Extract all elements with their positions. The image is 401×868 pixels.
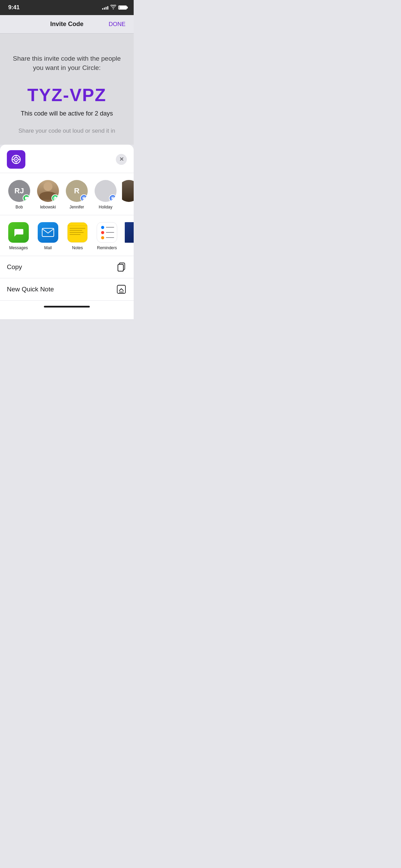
contact-ma[interactable] (122, 180, 134, 209)
app-icon-mail (38, 222, 58, 243)
app-item-messages[interactable]: Messages (7, 222, 30, 250)
contact-name-holiday: Holiday (99, 205, 112, 209)
home-indicator (0, 301, 134, 312)
app-icon-reminders (97, 222, 117, 243)
quick-note-label: New Quick Note (7, 286, 54, 293)
nav-bar: Invite Code DONE (0, 15, 134, 34)
share-sheet: ✕ RJ Bob (0, 145, 134, 319)
avatar-ma (122, 180, 134, 202)
app-name-notes: Notes (72, 245, 83, 250)
status-time: 9:41 (8, 4, 20, 11)
app-item-notes[interactable]: Notes (66, 222, 89, 250)
badge-messages-bob (23, 194, 30, 202)
app-item-reminders[interactable]: Reminders (95, 222, 119, 250)
svg-point-7 (83, 197, 85, 199)
invite-section: Share this invite code with the people y… (0, 34, 134, 145)
avatar-holiday (95, 180, 117, 202)
avatar-bob: RJ (8, 180, 30, 202)
app-icon-notes (67, 222, 88, 243)
svg-point-2 (15, 159, 17, 160)
wifi-icon (110, 5, 116, 10)
contact-jennifer[interactable]: R Jennifer (64, 180, 89, 209)
svg-point-9 (112, 197, 114, 199)
invite-expiry: This code will be active for 2 days (10, 110, 123, 117)
quick-note-action[interactable]: New Quick Note (0, 278, 134, 301)
app-icon-j (125, 222, 134, 243)
share-sheet-header: ✕ (0, 145, 134, 173)
contact-name-lebowski: lebowski (40, 205, 56, 209)
contacts-row: RJ Bob (0, 173, 134, 215)
battery-icon (118, 5, 127, 10)
svg-rect-11 (42, 228, 54, 237)
badge-signal-holiday (109, 194, 117, 202)
app-name-reminders: Reminders (97, 245, 117, 250)
contact-name-jennifer: Jennifer (70, 205, 84, 209)
close-icon: ✕ (119, 157, 124, 162)
badge-signal-jennifer (80, 194, 88, 202)
invite-hint: Share your code out loud or send it in (10, 128, 123, 134)
app-name-messages: Messages (9, 245, 28, 250)
home-bar (44, 306, 90, 308)
status-bar: 9:41 (0, 0, 134, 15)
badge-whatsapp-lebowski (51, 194, 59, 202)
app-name-mail: Mail (44, 245, 52, 250)
nav-title: Invite Code (50, 21, 83, 28)
quicknote-icon (116, 284, 127, 295)
status-icons (102, 5, 127, 10)
contact-holiday[interactable]: Holiday (93, 180, 118, 209)
copy-label: Copy (7, 263, 22, 271)
done-button[interactable]: DONE (109, 21, 125, 28)
app-icon-messages (8, 222, 29, 243)
invite-description: Share this invite code with the people y… (10, 54, 123, 72)
copy-icon (116, 262, 127, 273)
signal-icon (102, 5, 108, 10)
invite-code: TYZ-VPZ (10, 85, 123, 105)
contact-name-bob: Bob (15, 205, 23, 209)
app-item-j[interactable] (125, 222, 134, 250)
avatar-jennifer: R (66, 180, 88, 202)
copy-action[interactable]: Copy (0, 256, 134, 278)
app-icon (7, 150, 25, 169)
avatar-lebowski (37, 180, 59, 202)
contact-lebowski[interactable]: lebowski (36, 180, 60, 209)
close-button[interactable]: ✕ (116, 154, 127, 165)
svg-rect-13 (118, 264, 123, 271)
contact-bob[interactable]: RJ Bob (7, 180, 32, 209)
app-item-mail[interactable]: Mail (36, 222, 60, 250)
apps-row: Messages Mail Not (0, 215, 134, 256)
